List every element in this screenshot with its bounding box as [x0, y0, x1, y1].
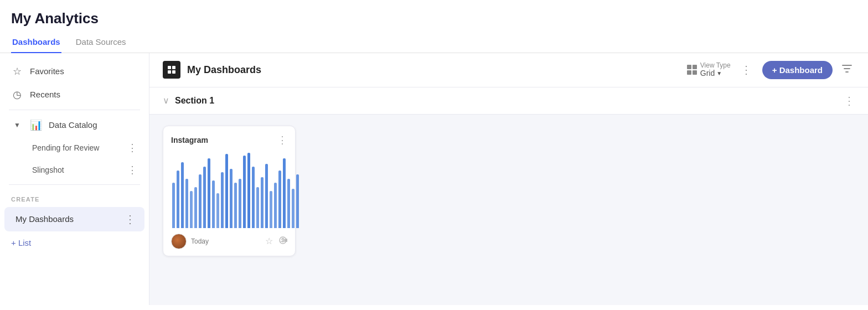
- dashboard-card-instagram: Instagram ⋮ Today ☆: [163, 126, 296, 256]
- section-title: Section 1: [175, 96, 214, 106]
- add-dashboard-button[interactable]: + Dashboard: [762, 61, 833, 79]
- svg-rect-2: [168, 70, 171, 74]
- bar: [239, 179, 241, 228]
- sidebar-item-pending-review[interactable]: Pending for Review ⋮: [0, 137, 149, 159]
- bar: [194, 187, 197, 228]
- card-date: Today: [191, 237, 209, 245]
- slingshot-label: Slingshot: [32, 166, 64, 174]
- main-content: ☆ Favorites ◷ Recents ▼ 📊 Data Catalog P…: [0, 53, 868, 305]
- bar: [221, 172, 224, 228]
- sidebar-item-recents[interactable]: ◷ Recents: [0, 83, 149, 106]
- avatar: [171, 234, 187, 249]
- section-header: ∨ Section 1 ⋮: [149, 87, 868, 115]
- svg-rect-0: [168, 66, 171, 69]
- bar: [296, 174, 299, 228]
- card-menu-icon[interactable]: ⋮: [277, 134, 287, 146]
- bar: [247, 153, 250, 228]
- sidebar-item-favorites[interactable]: ☆ Favorites: [0, 60, 149, 83]
- bar: [234, 183, 237, 228]
- bar: [278, 170, 281, 228]
- bar: [256, 187, 259, 228]
- panel-header: My Dashboards View Type Grid ▼ ⋮: [149, 53, 868, 87]
- clock-icon: ◷: [11, 89, 23, 101]
- bar-chart: [171, 151, 287, 228]
- share-icon[interactable]: [278, 236, 287, 247]
- right-panel: My Dashboards View Type Grid ▼ ⋮: [149, 53, 868, 305]
- top-tabs: Dashboards Data Sources: [0, 33, 868, 53]
- add-list-label: + List: [11, 238, 31, 247]
- bar: [185, 179, 188, 228]
- sidebar-favorites-label: Favorites: [30, 66, 64, 76]
- create-section-label: CREATE: [0, 188, 149, 206]
- bar: [190, 191, 193, 228]
- svg-rect-3: [172, 70, 175, 74]
- sidebar: ☆ Favorites ◷ Recents ▼ 📊 Data Catalog P…: [0, 53, 149, 305]
- sidebar-add-list[interactable]: + List: [0, 232, 149, 253]
- data-catalog-icon: 📊: [30, 119, 42, 131]
- card-header: Instagram ⋮: [171, 134, 287, 146]
- sidebar-item-my-dashboards[interactable]: My Dashboards ⋮: [4, 207, 144, 231]
- section-collapse-icon[interactable]: ∨: [163, 95, 169, 106]
- page-title: My Analytics: [0, 0, 868, 33]
- bar: [216, 193, 219, 228]
- bar: [181, 162, 184, 228]
- star-icon: ☆: [11, 65, 23, 78]
- card-footer-left: Today: [171, 234, 209, 249]
- bar: [208, 158, 210, 228]
- card-footer: Today ☆: [171, 234, 287, 249]
- my-dashboards-menu-icon[interactable]: ⋮: [125, 213, 136, 226]
- slingshot-menu-icon[interactable]: ⋮: [127, 164, 138, 176]
- card-title: Instagram: [171, 136, 208, 144]
- bar: [287, 179, 290, 228]
- bar: [274, 183, 277, 228]
- bar: [230, 169, 232, 228]
- bar: [199, 174, 202, 228]
- section-header-left: ∨ Section 1: [163, 95, 214, 106]
- pending-review-label: Pending for Review: [32, 143, 99, 152]
- panel-icon: [163, 61, 180, 79]
- sidebar-item-data-catalog[interactable]: ▼ 📊 Data Catalog: [0, 113, 149, 137]
- view-type-button[interactable]: View Type Grid ▼: [687, 62, 731, 78]
- filter-icon[interactable]: [839, 61, 855, 79]
- view-type-value: Grid ▼: [700, 69, 731, 78]
- bar: [212, 180, 215, 228]
- bar: [261, 177, 264, 228]
- panel-menu-icon[interactable]: ⋮: [737, 61, 756, 79]
- section-menu-icon[interactable]: ⋮: [844, 94, 855, 107]
- my-dashboards-label: My Dashboards: [16, 214, 74, 224]
- panel-title: My Dashboards: [187, 64, 680, 76]
- bar: [265, 164, 268, 228]
- bar: [292, 189, 294, 228]
- pending-review-menu-icon[interactable]: ⋮: [127, 142, 138, 154]
- tab-dashboards[interactable]: Dashboards: [11, 33, 61, 53]
- bar: [243, 156, 246, 228]
- card-footer-right: ☆: [265, 236, 287, 247]
- sidebar-data-catalog-label: Data Catalog: [49, 120, 97, 130]
- bar: [283, 158, 286, 228]
- bar: [252, 167, 255, 228]
- sidebar-recents-label: Recents: [30, 90, 60, 99]
- svg-rect-1: [172, 66, 175, 69]
- sidebar-item-slingshot[interactable]: Slingshot ⋮: [0, 159, 149, 181]
- panel-actions: View Type Grid ▼ ⋮ + Dashboard: [687, 61, 855, 79]
- sidebar-divider: [9, 110, 140, 110]
- cards-area: Instagram ⋮ Today ☆: [149, 115, 868, 305]
- favorite-star-icon[interactable]: ☆: [265, 236, 273, 246]
- bar: [203, 167, 206, 228]
- view-type-label: View Type: [700, 62, 731, 69]
- bar: [270, 191, 272, 228]
- chevron-down-icon: ▼: [11, 121, 23, 129]
- chevron-down-icon: ▼: [716, 70, 722, 76]
- bar: [225, 154, 228, 228]
- bar: [177, 170, 179, 228]
- bar: [172, 183, 175, 228]
- grid-view-icon: [687, 65, 697, 75]
- tab-data-sources[interactable]: Data Sources: [75, 33, 127, 53]
- sidebar-divider-2: [9, 184, 140, 185]
